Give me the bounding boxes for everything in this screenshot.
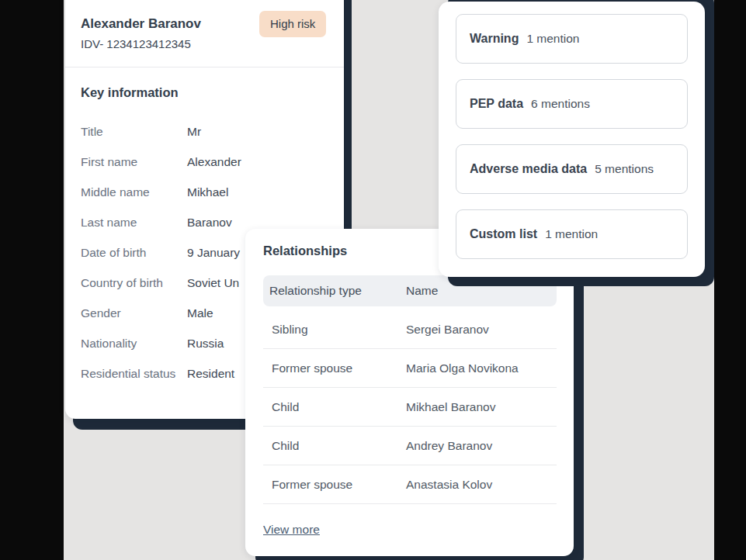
mention-label: PEP data (470, 97, 523, 111)
relationship-type-cell: Sibling (263, 323, 406, 337)
field-value: Alexander (187, 151, 344, 173)
mention-item-adverse-media[interactable]: Adverse media data 5 mentions (456, 144, 688, 194)
field-label: Last name (81, 212, 187, 233)
column-header-relationship-type: Relationship type (263, 284, 406, 298)
mention-item-warning[interactable]: Warning 1 mention (456, 14, 688, 64)
profile-idv-number: IDV- 1234123412345 (81, 37, 191, 50)
mention-label: Custom list (470, 227, 537, 241)
field-label: Residential status (81, 363, 187, 385)
key-information-title: Key information (81, 85, 179, 100)
relationship-type-cell: Child (263, 439, 406, 453)
mention-count: 1 mention (526, 32, 579, 46)
relationship-name-cell: Mikhael Baranov (406, 400, 495, 414)
relationship-name-cell: Sergei Baranov (406, 323, 489, 337)
field-value: Mr (187, 121, 344, 143)
table-row: Former spouse Anastasia Kolov (263, 465, 557, 504)
screenshot-stage: Alexander Baranov IDV- 1234123412345 Hig… (0, 0, 746, 560)
field-row-title: Title Mr (65, 117, 344, 147)
relationships-title: Relationships (263, 244, 347, 258)
field-label: Country of birth (81, 272, 187, 294)
mentions-card: Warning 1 mention PEP data 6 mentions Ad… (439, 2, 705, 277)
column-header-name: Name (406, 284, 438, 298)
field-row-middle-name: Middle name Mikhael (65, 178, 344, 208)
risk-badge: High risk (259, 11, 326, 37)
table-row: Sibling Sergei Baranov (263, 310, 557, 349)
field-label: Middle name (81, 181, 187, 203)
field-row-first-name: First name Alexander (65, 147, 344, 178)
relationship-type-cell: Child (263, 400, 406, 414)
field-label: Title (81, 121, 187, 143)
mention-item-custom-list[interactable]: Custom list 1 mention (456, 209, 688, 259)
field-label: First name (81, 151, 187, 173)
table-row: Former spouse Maria Olga Novikona (263, 349, 557, 388)
field-label: Nationality (81, 333, 187, 354)
field-label: Gender (81, 302, 187, 324)
table-row: Child Mikhael Baranov (263, 388, 557, 427)
relationship-name-cell: Andrey Baranov (406, 439, 492, 453)
relationship-type-cell: Former spouse (263, 478, 406, 492)
mention-count: 6 mentions (531, 97, 590, 111)
field-value: Mikhael (187, 181, 344, 203)
field-label: Date of birth (81, 242, 187, 264)
relationship-name-cell: Anastasia Kolov (406, 478, 492, 492)
mention-count: 5 mentions (595, 162, 654, 176)
profile-name: Alexander Baranov (81, 16, 201, 32)
relationship-name-cell: Maria Olga Novikona (406, 361, 519, 375)
profile-divider (65, 67, 344, 67)
relationships-table-body: Sibling Sergei Baranov Former spouse Mar… (263, 310, 557, 504)
mention-label: Warning (470, 32, 519, 46)
mention-count: 1 mention (545, 227, 598, 241)
mention-label: Adverse media data (470, 162, 587, 176)
view-more-link[interactable]: View more (263, 523, 320, 537)
relationship-type-cell: Former spouse (263, 361, 406, 375)
mention-item-pep-data[interactable]: PEP data 6 mentions (456, 79, 688, 129)
table-row: Child Andrey Baranov (263, 427, 557, 465)
